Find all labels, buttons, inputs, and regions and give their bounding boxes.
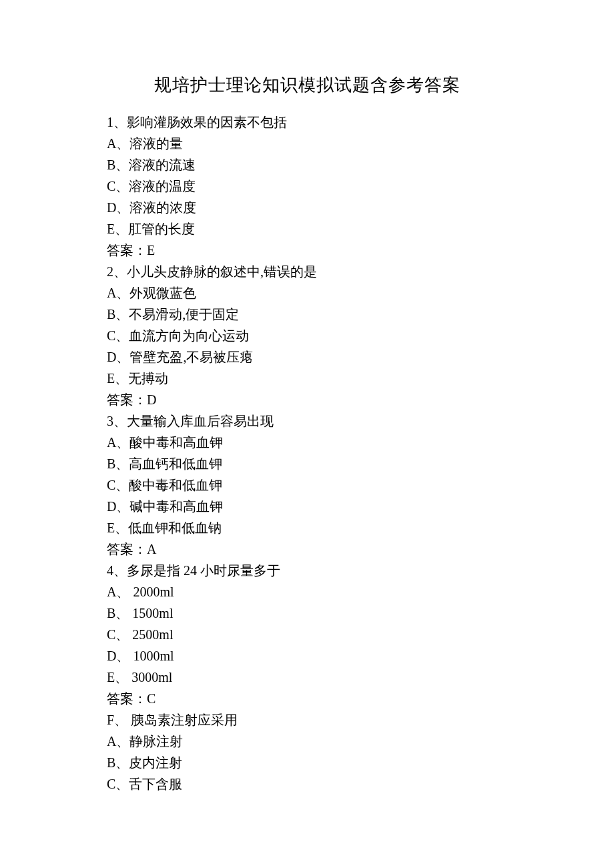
option-letter: A <box>107 435 116 450</box>
option-text: 酸中毒和高血钾 <box>129 435 223 450</box>
option-letter: B <box>107 456 115 471</box>
option-text: 不易滑动,便于固定 <box>129 307 239 322</box>
question-stem: 4、多尿是指 24 小时尿量多于 <box>107 560 507 581</box>
answer-line: 答案：D <box>107 389 507 410</box>
option: C、舌下含服 <box>107 773 507 795</box>
option-separator: 、 <box>115 520 128 535</box>
option-separator: 、 <box>115 755 129 770</box>
question-stem: 1、影响灌肠效果的因素不包括 <box>107 111 507 133</box>
option-letter: E <box>107 670 115 685</box>
question-stem: 2、小儿头皮静脉的叙述中,错误的是 <box>107 261 507 282</box>
answer-line: 答案：A <box>107 538 507 560</box>
option: E、肛管的长度 <box>107 218 507 240</box>
option-separator: 、 <box>116 286 129 300</box>
option-letter: D <box>107 200 116 215</box>
option-letter: D <box>107 350 116 364</box>
option: A、外观微蓝色 <box>107 282 507 304</box>
stem-separator: 、 <box>113 264 127 279</box>
option-separator: 、 <box>116 648 129 663</box>
option-separator: 、 <box>115 478 129 492</box>
answer-label: 答案： <box>107 392 147 407</box>
option: A、静脉注射 <box>107 731 507 752</box>
option-separator: 、 <box>116 136 129 151</box>
option: D、 1000ml <box>107 645 507 667</box>
option-text: 碱中毒和高血钾 <box>129 499 223 514</box>
question-stem: 3、大量输入库血后容易出现 <box>107 410 507 432</box>
option: C、溶液的温度 <box>107 175 507 197</box>
question-text: 小儿头皮静脉的叙述中,错误的是 <box>127 264 317 279</box>
answer-value: C <box>147 691 156 706</box>
questions-container: 1、影响灌肠效果的因素不包括A、溶液的量B、溶液的流速C、溶液的温度D、溶液的浓… <box>107 111 507 795</box>
question-text: 胰岛素注射应采用 <box>127 713 238 727</box>
option-text: 舌下含服 <box>129 777 182 791</box>
option: B、溶液的流速 <box>107 154 507 175</box>
option-letter: D <box>107 648 116 663</box>
option-separator: 、 <box>116 435 129 450</box>
question-number: F <box>107 713 114 727</box>
option-text: 静脉注射 <box>129 734 183 749</box>
question-text: 影响灌肠效果的因素不包括 <box>127 115 287 129</box>
option-text: 无搏动 <box>128 371 168 386</box>
option-separator: 、 <box>115 456 129 471</box>
option-text: 低血钾和低血钠 <box>128 520 222 535</box>
option: E、 3000ml <box>107 667 507 688</box>
option-text: 外观微蓝色 <box>129 286 196 300</box>
option-separator: 、 <box>115 307 129 322</box>
option-letter: C <box>107 179 115 193</box>
option-letter: E <box>107 222 115 236</box>
option-separator: 、 <box>115 222 128 236</box>
option-text: 高血钙和低血钾 <box>129 456 222 471</box>
option-letter: C <box>107 777 115 791</box>
option-letter: A <box>107 734 116 749</box>
answer-value: A <box>147 542 156 556</box>
stem-separator: 、 <box>113 115 127 129</box>
option-text: 肛管的长度 <box>128 222 195 236</box>
option-letter: A <box>107 584 116 599</box>
option-letter: C <box>107 627 115 642</box>
option-separator: 、 <box>115 627 129 642</box>
option: C、血流方向为向心运动 <box>107 325 507 346</box>
answer-label: 答案： <box>107 691 147 706</box>
option-letter: C <box>107 328 115 343</box>
exam-page: 规培护士理论知识模拟试题含参考答案 1、影响灌肠效果的因素不包括A、溶液的量B、… <box>0 0 614 868</box>
option-letter: B <box>107 307 115 322</box>
answer-label: 答案： <box>107 243 147 258</box>
answer-value: E <box>147 243 155 258</box>
option-text: 1000ml <box>129 648 174 663</box>
option-text: 溶液的量 <box>129 136 183 151</box>
option: C、 2500ml <box>107 624 507 645</box>
option-letter: A <box>107 286 116 300</box>
option-letter: D <box>107 499 116 514</box>
option: A、溶液的量 <box>107 133 507 154</box>
page-title: 规培护士理论知识模拟试题含参考答案 <box>107 71 507 99</box>
option-separator: 、 <box>116 499 129 514</box>
question-stem: F、 胰岛素注射应采用 <box>107 709 507 731</box>
answer-line: 答案：E <box>107 240 507 261</box>
option-letter: B <box>107 606 115 620</box>
option: C、酸中毒和低血钾 <box>107 474 507 496</box>
option-text: 血流方向为向心运动 <box>129 328 249 343</box>
option-text: 溶液的温度 <box>129 179 196 193</box>
option-separator: 、 <box>116 200 129 215</box>
stem-separator: 、 <box>114 713 127 727</box>
question-text: 多尿是指 24 小时尿量多于 <box>127 563 280 578</box>
option-text: 溶液的流速 <box>129 157 196 172</box>
option-letter: E <box>107 371 115 386</box>
question-text: 大量输入库血后容易出现 <box>127 414 274 428</box>
option-letter: C <box>107 478 115 492</box>
option-separator: 、 <box>115 371 128 386</box>
option-separator: 、 <box>115 670 128 685</box>
question-number: 2 <box>107 264 113 279</box>
option-text: 溶液的浓度 <box>129 200 196 215</box>
option-text: 2000ml <box>129 584 174 599</box>
option-separator: 、 <box>115 606 129 620</box>
stem-separator: 、 <box>113 563 127 578</box>
option: B、不易滑动,便于固定 <box>107 304 507 325</box>
option-separator: 、 <box>115 777 129 791</box>
option-letter: A <box>107 136 116 151</box>
option-text: 皮内注射 <box>129 755 182 770</box>
option-separator: 、 <box>115 157 129 172</box>
option: A、 2000ml <box>107 581 507 602</box>
answer-value: D <box>147 392 156 407</box>
option-text: 酸中毒和低血钾 <box>129 478 222 492</box>
